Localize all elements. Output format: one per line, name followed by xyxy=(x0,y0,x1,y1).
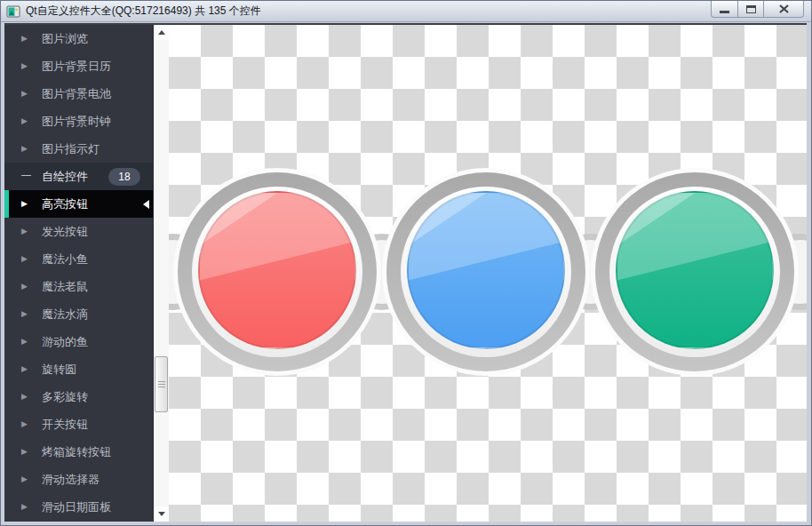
sidebar-item-label: 魔法水滴 xyxy=(42,307,88,323)
close-icon xyxy=(779,4,789,13)
sidebar-item-magic-drop[interactable]: ▶ 魔法水滴 xyxy=(4,300,153,328)
sidebar-item-oven-knob[interactable]: ▶ 烤箱旋转按钮 xyxy=(4,438,153,466)
sidebar-item-image-battery[interactable]: ▶ 图片背景电池 xyxy=(4,80,153,108)
green-glossy-ball xyxy=(616,191,774,349)
sidebar-item-label: 滑动选择器 xyxy=(42,472,100,488)
window-controls xyxy=(711,1,804,18)
expand-arrow-icon: ▶ xyxy=(21,200,28,208)
sidebar-item-rotating-circle[interactable]: ▶ 旋转圆 xyxy=(4,355,153,383)
expand-arrow-icon: ▶ xyxy=(21,310,28,318)
sidebar-nav: ▶ 图片浏览 ▶ 图片背景日历 ▶ 图片背景电池 ▶ 图片背景时钟 ▶ 图片指示… xyxy=(4,25,153,522)
red-highlight-button[interactable] xyxy=(173,168,381,376)
close-button[interactable] xyxy=(764,1,804,18)
expand-arrow-icon: ▶ xyxy=(21,117,28,125)
sidebar-item-colorful-rotation[interactable]: ▶ 多彩旋转 xyxy=(4,383,153,410)
expand-arrow-icon: ▶ xyxy=(21,475,28,483)
app-icon xyxy=(6,4,20,19)
sidebar-item-swimming-fish[interactable]: ▶ 游动的鱼 xyxy=(4,328,153,355)
triangle-up-icon xyxy=(158,30,165,35)
sidebar-item-label: 高亮按钮 xyxy=(42,196,88,212)
sidebar-item-switch-button[interactable]: ▶ 开关按钮 xyxy=(4,410,153,438)
window-title: Qt自定义控件大全(QQ:517216493) 共 135 个控件 xyxy=(26,4,261,19)
expand-arrow-icon: ▶ xyxy=(21,338,28,346)
sidebar-group-label: 自绘控件 xyxy=(42,169,88,185)
minimize-button[interactable] xyxy=(711,1,738,18)
expand-arrow-icon: ▶ xyxy=(21,227,28,235)
sidebar-item-label: 图片背景时钟 xyxy=(42,114,111,130)
minimize-icon xyxy=(720,11,729,13)
expand-arrow-icon: ▶ xyxy=(21,448,28,456)
red-glossy-ball xyxy=(198,191,356,349)
collapse-minus-icon: — xyxy=(21,170,31,179)
sidebar-item-label: 图片背景日历 xyxy=(42,59,111,75)
green-highlight-button[interactable] xyxy=(591,168,799,376)
sidebar-item-image-indicator[interactable]: ▶ 图片指示灯 xyxy=(4,135,153,163)
sidebar-item-label: 开关按钮 xyxy=(42,417,88,433)
sidebar-item-label: 旋转圆 xyxy=(42,362,76,378)
sidebar-item-label: 图片浏览 xyxy=(42,31,88,47)
app-window: Qt自定义控件大全(QQ:517216493) 共 135 个控件 ▶ 图片浏览… xyxy=(0,0,812,526)
sidebar-group-custom-drawn[interactable]: — 自绘控件 18 xyxy=(4,163,153,190)
sidebar-item-label: 图片背景电池 xyxy=(42,86,111,102)
preview-canvas xyxy=(169,25,807,522)
count-badge: 18 xyxy=(108,168,140,186)
title-bar[interactable]: Qt自定义控件大全(QQ:517216493) 共 135 个控件 xyxy=(1,1,811,22)
scrollbar-thumb[interactable] xyxy=(155,356,168,412)
sidebar-item-magic-fish[interactable]: ▶ 魔法小鱼 xyxy=(4,245,153,273)
expand-arrow-icon: ▶ xyxy=(21,255,28,263)
selection-accent-bar xyxy=(4,190,9,218)
sidebar-item-label: 发光按钮 xyxy=(42,224,88,240)
expand-arrow-icon: ▶ xyxy=(21,503,28,511)
sidebar-item-label: 游动的鱼 xyxy=(42,334,88,350)
sidebar-item-slide-selector[interactable]: ▶ 滑动选择器 xyxy=(4,466,153,493)
sidebar-item-label: 烤箱旋转按钮 xyxy=(42,444,111,460)
blue-highlight-button[interactable] xyxy=(382,168,590,376)
expand-arrow-icon: ▶ xyxy=(21,393,28,401)
sidebar-item-label: 滑动日期面板 xyxy=(42,499,111,515)
content-frame: ▶ 图片浏览 ▶ 图片背景日历 ▶ 图片背景电池 ▶ 图片背景时钟 ▶ 图片指示… xyxy=(4,23,807,522)
expand-arrow-icon: ▶ xyxy=(21,90,28,98)
thumb-grip-icon xyxy=(158,381,165,388)
sidebar-item-label: 图片指示灯 xyxy=(42,141,100,157)
expand-arrow-icon: ▶ xyxy=(21,35,28,43)
sidebar-scrollbar[interactable] xyxy=(153,25,169,522)
sidebar-item-magic-mouse[interactable]: ▶ 魔法老鼠 xyxy=(4,273,153,300)
sidebar-item-label: 魔法老鼠 xyxy=(42,279,88,295)
sidebar-item-label: 魔法小鱼 xyxy=(42,251,88,267)
sidebar-item-glow-button[interactable]: ▶ 发光按钮 xyxy=(4,218,153,245)
blue-glossy-ball xyxy=(407,191,565,349)
sidebar-item-image-calendar[interactable]: ▶ 图片背景日历 xyxy=(4,52,153,80)
sidebar-item-image-clock[interactable]: ▶ 图片背景时钟 xyxy=(4,108,153,135)
expand-arrow-icon: ▶ xyxy=(21,283,28,291)
scroll-up-button[interactable] xyxy=(154,25,169,40)
selected-marker-icon xyxy=(143,200,149,209)
sidebar-item-slide-date-panel[interactable]: ▶ 滑动日期面板 xyxy=(4,493,153,521)
maximize-button[interactable] xyxy=(738,1,764,18)
sidebar-item-image-browse[interactable]: ▶ 图片浏览 xyxy=(4,25,153,52)
sidebar-item-highlight-button[interactable]: ▶ 高亮按钮 xyxy=(4,190,153,218)
expand-arrow-icon: ▶ xyxy=(21,365,28,373)
expand-arrow-icon: ▶ xyxy=(21,420,28,428)
maximize-icon xyxy=(746,5,756,13)
expand-arrow-icon: ▶ xyxy=(21,145,28,153)
triangle-down-icon xyxy=(158,512,165,516)
sidebar-item-label: 多彩旋转 xyxy=(42,389,88,405)
scroll-down-button[interactable] xyxy=(154,506,169,522)
expand-arrow-icon: ▶ xyxy=(21,62,28,70)
